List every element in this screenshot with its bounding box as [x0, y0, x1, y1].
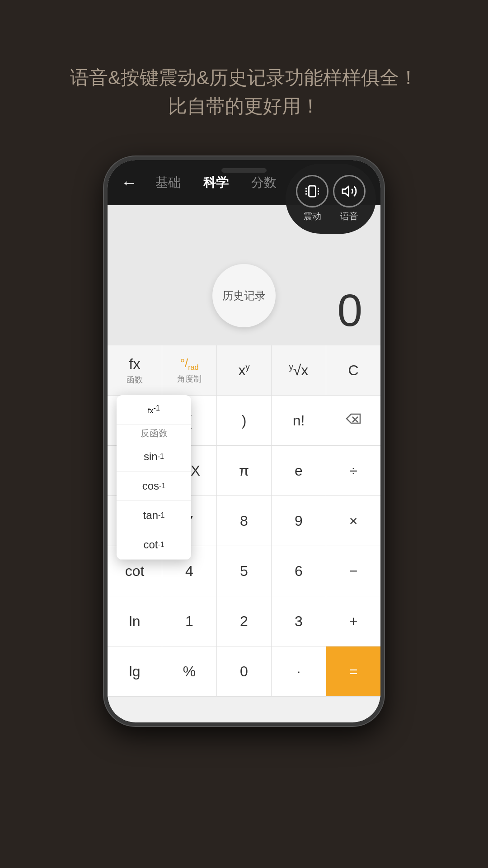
vibrate-icon-circle: [296, 175, 328, 208]
keyboard-row-1: fx 函数 °/rad 角度制 xy y√x: [108, 345, 380, 396]
key-8-main: 8: [240, 513, 248, 529]
key-decimal-main: ·: [297, 663, 301, 680]
header-line1: 语音&按键震动&历史记录功能样样俱全！: [36, 63, 452, 92]
key-add-main: +: [349, 613, 358, 630]
key-degree-main: °/rad: [180, 356, 199, 372]
vibrate-button[interactable]: 震动: [296, 175, 328, 222]
popup-header-text: fx-1: [148, 404, 160, 415]
top-navigation: ← 基础 科学 分数: [108, 160, 380, 205]
popup-item-sin-inv[interactable]: sin-1: [117, 442, 191, 472]
keyboard-row-6: ln 1 2 3 +: [108, 596, 380, 646]
key-fx-sub: 函数: [127, 374, 143, 385]
key-power[interactable]: xy: [217, 345, 272, 395]
vibrate-label: 震动: [303, 210, 321, 222]
key-lg[interactable]: lg: [108, 646, 162, 696]
key-fx-main: fx: [129, 356, 141, 373]
popup-header-sublabel: 反函数: [117, 425, 191, 442]
key-3-main: 3: [295, 613, 303, 630]
key-1[interactable]: 1: [162, 596, 217, 646]
phone-power-button: [382, 228, 384, 273]
header-description: 语音&按键震动&历史记录功能样样俱全！ 比自带的更好用！: [0, 0, 488, 147]
key-1-main: 1: [185, 613, 193, 630]
sound-button[interactable]: 语音: [333, 175, 366, 222]
key-6-main: 6: [295, 563, 303, 580]
key-2-main: 2: [240, 613, 248, 630]
popup-header: fx-1: [117, 395, 191, 425]
key-factorial[interactable]: n!: [272, 396, 326, 445]
key-decimal[interactable]: ·: [272, 646, 326, 696]
key-0-main: 0: [240, 663, 248, 680]
key-backspace[interactable]: [326, 396, 380, 445]
key-ln-main: ln: [129, 613, 141, 630]
key-percent[interactable]: %: [162, 646, 217, 696]
tab-fraction[interactable]: 分数: [251, 174, 277, 191]
key-close-paren-main: ): [242, 412, 247, 429]
sound-icon-circle: [333, 175, 366, 208]
phone-device: ← 基础 科学 分数: [104, 156, 384, 726]
key-clear[interactable]: C: [326, 345, 380, 395]
key-pi-main: π: [239, 462, 249, 479]
key-2[interactable]: 2: [217, 596, 272, 646]
phone-volume-button: [104, 241, 106, 269]
key-6[interactable]: 6: [272, 546, 326, 596]
key-divide[interactable]: ÷: [326, 446, 380, 495]
icons-popup: 震动 语音: [286, 164, 376, 234]
key-5-main: 5: [240, 563, 248, 580]
app-screen: ← 基础 科学 分数: [108, 160, 380, 722]
sound-label: 语音: [340, 210, 358, 222]
display-number: 0: [337, 284, 362, 336]
key-euler-main: e: [295, 462, 303, 479]
key-3[interactable]: 3: [272, 596, 326, 646]
key-close-paren[interactable]: ): [217, 396, 272, 445]
key-add[interactable]: +: [326, 596, 380, 646]
key-cot-main: cot: [125, 563, 145, 580]
key-power-main: xy: [239, 362, 250, 379]
key-factorial-main: n!: [293, 412, 305, 429]
key-4-main: 4: [185, 563, 193, 580]
key-nthroot[interactable]: y√x: [272, 345, 326, 395]
history-button[interactable]: 历史记录: [212, 264, 276, 327]
popup-item-cot-inv[interactable]: cot-1: [117, 530, 191, 560]
key-degree[interactable]: °/rad 角度制: [162, 345, 217, 395]
popup-item-cos-inv[interactable]: cos-1: [117, 472, 191, 501]
key-ln[interactable]: ln: [108, 596, 162, 646]
key-5[interactable]: 5: [217, 546, 272, 596]
key-nthroot-main: y√x: [289, 362, 309, 379]
key-0[interactable]: 0: [217, 646, 272, 696]
key-9[interactable]: 9: [272, 496, 326, 546]
key-subtract-main: −: [349, 563, 358, 580]
key-euler[interactable]: e: [272, 446, 326, 495]
history-button-label: 历史记录: [222, 288, 266, 303]
key-degree-sub: 角度制: [177, 373, 202, 384]
key-multiply-main: ×: [349, 513, 358, 529]
tab-science[interactable]: 科学: [203, 174, 229, 191]
key-percent-main: %: [183, 663, 196, 680]
key-pi[interactable]: π: [217, 446, 272, 495]
phone-speaker: [221, 168, 267, 173]
svg-rect-0: [309, 186, 316, 197]
back-button[interactable]: ←: [121, 173, 137, 192]
key-equals[interactable]: =: [326, 646, 380, 696]
key-subtract[interactable]: −: [326, 546, 380, 596]
header-line2: 比自带的更好用！: [36, 92, 452, 120]
key-equals-main: =: [349, 663, 358, 680]
key-8[interactable]: 8: [217, 496, 272, 546]
key-fx[interactable]: fx 函数: [108, 345, 162, 395]
key-lg-main: lg: [129, 663, 141, 680]
key-clear-main: C: [348, 362, 358, 379]
popup-item-tan-inv[interactable]: tan-1: [117, 501, 191, 530]
svg-marker-7: [343, 187, 349, 196]
tab-basic[interactable]: 基础: [155, 174, 181, 191]
function-popup-menu: fx-1 反函数 sin-1 cos-1 tan-1 cot-1: [117, 395, 191, 560]
key-backspace-icon: [344, 412, 362, 429]
key-multiply[interactable]: ×: [326, 496, 380, 546]
key-divide-main: ÷: [349, 462, 357, 479]
key-9-main: 9: [295, 513, 303, 529]
keyboard-row-7: lg % 0 · =: [108, 646, 380, 697]
